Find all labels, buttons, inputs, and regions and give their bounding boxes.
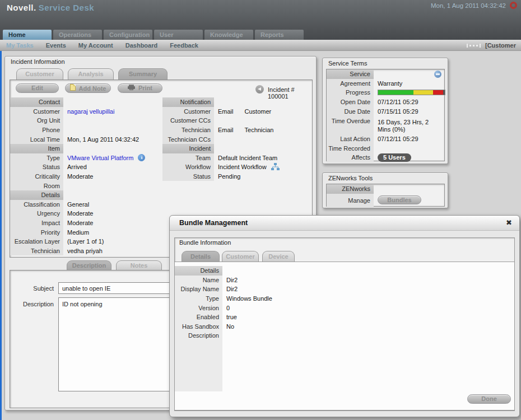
- subject-label: Subject: [10, 285, 54, 292]
- field-row-display-name: Display NameDir2: [175, 284, 354, 294]
- field-row-item: Item: [10, 144, 160, 153]
- field-row-agreement: AgreementWarranty: [327, 79, 444, 88]
- nav-tab-knowledge[interactable]: Knowledge: [204, 30, 253, 40]
- field-row-priority: PriorityMedium: [10, 227, 160, 237]
- tab-notes[interactable]: Notes: [116, 260, 162, 270]
- field-row-version: Version0: [175, 303, 354, 312]
- note-icon: [70, 84, 76, 91]
- sub-nav: My Tasks Events My Account Dashboard Fee…: [0, 40, 521, 51]
- nav-tab-user[interactable]: User: [154, 30, 203, 40]
- field-row-service: Service: [327, 69, 444, 79]
- dialog-title: Bundle Management: [179, 219, 248, 227]
- zenworks-area: ZENworks ManageBundles: [326, 184, 445, 207]
- page: Novell.Service Desk Mon, 1 Aug 2011 04:3…: [0, 0, 521, 420]
- dialog-titlebar[interactable]: Bundle Management ✖: [170, 216, 519, 231]
- affects-users-badge: 5 Users: [378, 153, 411, 162]
- subnav-my-account[interactable]: My Account: [72, 40, 119, 50]
- info-icon[interactable]: i: [138, 154, 145, 161]
- field-row-local-time: Local TimeMon, 1 Aug 2011 04:32:42: [10, 134, 160, 144]
- dialog-tab-details[interactable]: Details: [182, 251, 220, 262]
- progress-yellow: [413, 90, 433, 95]
- progress-bar: [378, 90, 445, 95]
- brand-novell: Novell.: [7, 3, 36, 12]
- subnav-feedback[interactable]: Feedback: [164, 40, 204, 50]
- tab-analysis[interactable]: Analysis: [68, 68, 114, 80]
- field-row-progress: Progress: [327, 88, 444, 97]
- collapse-back-icon[interactable]: [255, 85, 264, 94]
- field-row-room: Room: [10, 181, 160, 190]
- nav-tab-reports[interactable]: Reports: [255, 30, 304, 40]
- zenworks-title: ZENworks Tools: [328, 175, 373, 181]
- done-button[interactable]: Done: [467, 394, 511, 404]
- main-nav: Home Operations Configuration User Knowl…: [3, 30, 304, 40]
- bundle-fields: Details NameDir2 Display NameDir2 TypeWi…: [175, 266, 354, 340]
- field-row-customer-ccs: Customer CCs: [162, 116, 312, 125]
- pager-icon[interactable]: [467, 44, 481, 48]
- incident-left-fields: Contact Customernagaraj vellupillai Org …: [10, 97, 160, 255]
- bundle-information-title: Bundle Information: [179, 239, 231, 246]
- field-row-open-date: Open Date07/12/11 05:29: [327, 97, 444, 107]
- tab-customer[interactable]: Customer: [16, 68, 63, 80]
- field-row-notify-customer: CustomerEmailCustomer: [162, 107, 312, 116]
- field-row-last-action: Last Action07/12/11 05:29: [327, 134, 444, 144]
- left-accent-strip: [0, 0, 2, 420]
- nav-tab-operations[interactable]: Operations: [53, 30, 102, 40]
- printer-icon: [128, 85, 135, 90]
- tab-summary[interactable]: Summary: [118, 68, 168, 80]
- print-button[interactable]: Print: [118, 83, 162, 93]
- customer-portal-label[interactable]: [Customer: [485, 40, 516, 51]
- field-row-bundle-description: Description: [175, 331, 354, 340]
- nav-tab-home[interactable]: Home: [3, 30, 52, 40]
- field-row-enabled: Enabledtrue: [175, 312, 354, 322]
- field-row-time-recorded: Time Recorded: [327, 144, 444, 153]
- bundles-button[interactable]: Bundles: [378, 195, 421, 204]
- zenworks-fields: ZENworks ManageBundles: [327, 184, 444, 207]
- header-datetime: Mon, 1 Aug 2011 04:32:42: [431, 2, 506, 9]
- subnav-my-tasks[interactable]: My Tasks: [0, 40, 40, 50]
- bundle-details-area: Details NameDir2 Display NameDir2 TypeWi…: [175, 262, 514, 410]
- progress-green: [378, 90, 413, 95]
- field-row-team: TeamDefault Incident Team: [162, 153, 312, 163]
- description-label: Description: [10, 301, 54, 307]
- add-note-button[interactable]: Add Note: [65, 83, 111, 93]
- subnav-events[interactable]: Events: [40, 40, 72, 50]
- field-row-notification: Notification: [162, 97, 312, 107]
- nav-tab-configuration[interactable]: Configuration: [104, 30, 152, 40]
- workflow-icon[interactable]: [271, 163, 280, 171]
- field-row-has-sandbox: Has SandboxNo: [175, 322, 354, 332]
- dialog-tab-customer[interactable]: Customer: [222, 251, 259, 262]
- field-row-incident-section: Incident: [162, 144, 312, 153]
- field-row-zenworks: ZENworks: [327, 184, 444, 194]
- field-row-org-unit: Org Unit: [10, 116, 160, 125]
- service-terms-title: Service Terms: [328, 60, 367, 67]
- brand-product: Service Desk: [39, 3, 94, 12]
- edit-button[interactable]: Edit: [16, 83, 59, 93]
- novell-ring-icon[interactable]: [510, 2, 517, 9]
- close-icon[interactable]: ✖: [506, 218, 512, 227]
- field-row-criticality: CriticalityModerate: [10, 172, 160, 181]
- field-row-workflow: WorkflowIncident Workflow: [162, 162, 312, 172]
- field-row-affects: Affects5 Users: [327, 153, 444, 162]
- app-header: Novell.Service Desk Mon, 1 Aug 2011 04:3…: [0, 0, 521, 40]
- field-row-phone: Phone: [10, 125, 160, 135]
- item-type-link[interactable]: VMware Virtual Platform: [67, 155, 133, 161]
- field-row-type: TypeVMware Virtual Platformi: [10, 153, 160, 163]
- field-row-contact: Contact: [10, 97, 160, 107]
- bundle-management-dialog: Bundle Management ✖ Bundle Information D…: [169, 215, 520, 417]
- field-row-time-overdue: Time Overdue16 Days, 23 Hrs, 2 Mins (0%): [327, 116, 444, 134]
- label-column: [175, 340, 222, 391]
- field-row-urgency: UrgencyModerate: [10, 209, 160, 218]
- incident-right-fields: Notification CustomerEmailCustomer Custo…: [162, 97, 312, 181]
- service-terms-fields: Service AgreementWarranty Progress Open …: [327, 69, 444, 162]
- customer-link[interactable]: nagaraj vellupillai: [63, 108, 114, 115]
- dialog-tab-device[interactable]: Device: [262, 251, 295, 262]
- field-row-classification: ClassificationGeneral: [10, 200, 160, 209]
- field-row-manage: ManageBundles: [327, 194, 444, 207]
- zenworks-tools-panel: ZENworks Tools ZENworks ManageBundles: [322, 172, 448, 208]
- tab-description[interactable]: Description: [67, 260, 111, 270]
- field-row-technician: Technicianvedha priyah: [10, 246, 160, 256]
- field-row-bundle-name: NameDir2: [175, 276, 354, 285]
- field-row-notify-technician: TechnicianEmailTechnician: [162, 125, 312, 135]
- subnav-dashboard[interactable]: Dashboard: [119, 40, 164, 50]
- service-terms-area: Service AgreementWarranty Progress Open …: [326, 69, 445, 161]
